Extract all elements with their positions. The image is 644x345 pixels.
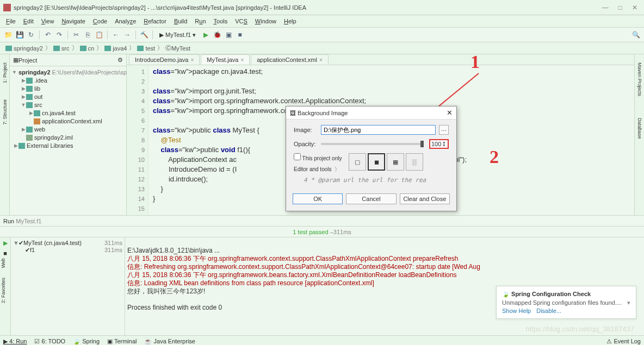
tab-web[interactable]: Web: [0, 255, 7, 271]
back-icon[interactable]: ←: [111, 30, 121, 40]
menu-navigate[interactable]: Navigate: [58, 17, 89, 26]
test-tree[interactable]: ▼ ✔ MyTest (cn.java4.test)311ms ✔ f1311m…: [11, 237, 125, 335]
ok-button[interactable]: OK: [293, 193, 343, 204]
close-button[interactable]: ✕: [632, 4, 637, 11]
tile-option-tile[interactable]: ▦: [387, 153, 404, 171]
project-only-checkbox[interactable]: [294, 153, 301, 160]
menu-build[interactable]: Build: [170, 17, 191, 26]
tab-mytest[interactable]: MyTest.java×: [201, 54, 250, 65]
cut-icon[interactable]: ✂: [71, 30, 81, 40]
tree-node[interactable]: ▶cn.java4.test: [11, 109, 125, 117]
tab-spring[interactable]: 🍃 Spring: [73, 338, 100, 345]
image-path-input[interactable]: [321, 125, 436, 135]
menu-help[interactable]: Help: [280, 17, 300, 26]
tab-terminal[interactable]: ▣ Terminal: [107, 338, 137, 345]
tab-favorites[interactable]: 2: Favorites: [0, 275, 7, 306]
tree-node[interactable]: ▼src: [11, 101, 125, 109]
run-button[interactable]: ▶: [201, 30, 210, 40]
tab-appcontext[interactable]: applicationContext.xml×: [251, 54, 329, 65]
image-label: Image:: [294, 127, 318, 133]
menu-window[interactable]: Window: [251, 17, 280, 26]
undo-icon[interactable]: ↶: [43, 30, 53, 40]
test-item[interactable]: f1: [30, 247, 35, 254]
crumb-cn[interactable]: cn: [78, 45, 97, 52]
menu-tools[interactable]: Tools: [210, 17, 232, 26]
menu-edit[interactable]: Edit: [20, 17, 38, 26]
menu-vcs[interactable]: VCS: [231, 17, 251, 26]
crumb-class[interactable]: Ⓒ MyTest: [163, 44, 193, 52]
crumb-java4[interactable]: java4: [102, 45, 129, 52]
dialog-preview: 4 * @param url the url for the rea: [294, 177, 449, 184]
tree-node[interactable]: springday2.iml: [11, 134, 125, 142]
menu-refactor[interactable]: Refactor: [140, 17, 170, 26]
debug-button[interactable]: 🐞: [212, 30, 222, 40]
crumb-src[interactable]: src: [51, 45, 72, 52]
run-config-name: MyTest.f1: [16, 218, 41, 224]
disable-link[interactable]: Disable...: [536, 308, 561, 314]
spinner-down[interactable]: ▼: [441, 144, 447, 147]
build-icon[interactable]: 🔨: [139, 30, 149, 40]
close-icon[interactable]: ×: [240, 57, 244, 63]
minimize-button[interactable]: —: [602, 4, 609, 11]
run-header: Run MyTest.f1: [0, 216, 644, 227]
crumb-test[interactable]: test: [135, 45, 157, 52]
tab-jee[interactable]: ☕ Java Enterprise: [144, 338, 195, 345]
dialog-close-button[interactable]: ✕: [447, 109, 453, 117]
tab-database[interactable]: Database: [636, 115, 643, 142]
crumb-project[interactable]: springday2: [3, 45, 45, 52]
test-root[interactable]: MyTest (cn.java4.test): [23, 240, 82, 247]
tab-run[interactable]: ▶ 4: Run: [3, 338, 27, 345]
app-icon: [3, 4, 11, 11]
copy-icon[interactable]: ⎘: [83, 30, 92, 40]
editor-tools-tab[interactable]: Editor and tools: [294, 166, 332, 172]
panel-settings-icon[interactable]: ⚙: [117, 57, 123, 64]
stop-button[interactable]: ■: [235, 30, 245, 40]
paste-icon[interactable]: 📋: [94, 30, 104, 40]
redo-icon[interactable]: ↷: [54, 30, 64, 40]
opacity-slider[interactable]: [321, 143, 424, 145]
dialog-title-bar[interactable]: 🖼 Background Image ✕: [286, 106, 456, 120]
forward-icon[interactable]: →: [122, 30, 132, 40]
test-status-bar: 1 test passed – 311ms: [0, 227, 644, 237]
tile-option-plain[interactable]: ▢: [349, 153, 366, 171]
menu-view[interactable]: View: [38, 17, 58, 26]
run-config-selector[interactable]: ▶ MyTest.f1 ▾: [156, 32, 199, 39]
chevron-down-icon[interactable]: ▾: [627, 299, 630, 306]
open-icon[interactable]: 📁: [3, 30, 13, 40]
coverage-button[interactable]: ▣: [224, 30, 233, 40]
tree-node[interactable]: ▶web: [11, 126, 125, 134]
tab-maven[interactable]: Maven Projects: [636, 60, 643, 99]
refresh-icon[interactable]: ↻: [26, 30, 36, 40]
tab-todo[interactable]: ☑ 6: TODO: [34, 338, 65, 345]
search-icon[interactable]: 🔍: [631, 30, 641, 40]
clear-close-button[interactable]: Clear and Close: [400, 193, 450, 204]
run-label: Run: [3, 218, 14, 224]
tree-node[interactable]: ▶lib: [11, 85, 125, 93]
project-tree[interactable]: ▼ springday2 E:\Users\fwj\IdeaProjects\s…: [10, 66, 126, 152]
maximize-button[interactable]: □: [618, 4, 622, 11]
close-icon[interactable]: ×: [319, 57, 323, 63]
rerun-button[interactable]: ▶: [3, 240, 8, 247]
tab-structure[interactable]: 7: Structure: [2, 97, 8, 128]
menu-file[interactable]: File: [2, 17, 20, 26]
show-help-link[interactable]: Show Help: [502, 308, 531, 314]
tree-node[interactable]: ▶.idea: [11, 77, 125, 85]
tree-node[interactable]: ▶External Libraries: [11, 142, 125, 150]
browse-button[interactable]: …: [439, 125, 449, 135]
menu-run[interactable]: Run: [191, 17, 209, 26]
project-only-label: This project only: [302, 155, 342, 161]
close-icon[interactable]: ×: [190, 57, 194, 63]
menu-code[interactable]: Code: [89, 17, 111, 26]
tab-introducedemo[interactable]: IntroduceDemo.java×: [129, 54, 200, 65]
save-icon[interactable]: 💾: [15, 30, 24, 40]
tree-root[interactable]: springday2: [18, 68, 51, 77]
menu-analyze[interactable]: Analyze: [111, 17, 140, 26]
tree-node[interactable]: applicationContext.xml: [11, 117, 125, 126]
opacity-value-input[interactable]: 100 ▲▼: [429, 139, 449, 149]
event-log[interactable]: ⚠ Event Log: [606, 338, 641, 345]
cancel-button[interactable]: Cancel: [346, 193, 396, 204]
tree-node[interactable]: ▶out: [11, 93, 125, 101]
tab-project[interactable]: 1: Project: [2, 60, 8, 86]
tile-option-stretch[interactable]: ░: [406, 153, 423, 171]
tile-option-center[interactable]: ◼: [368, 153, 385, 171]
